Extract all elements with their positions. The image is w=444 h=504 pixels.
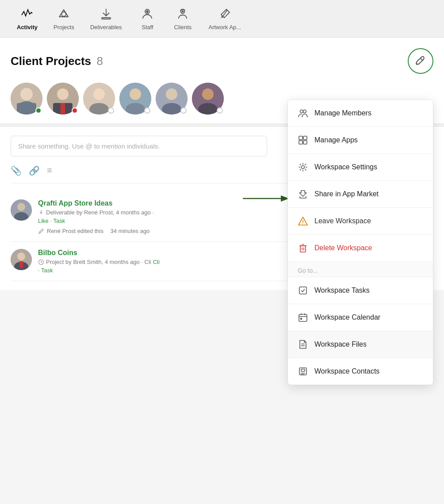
svg-point-29 — [17, 203, 25, 211]
arrow-indicator — [239, 187, 292, 211]
menu-item-workspace-contacts[interactable]: Workspace Contacts — [288, 358, 433, 385]
settings-gear-icon — [298, 162, 308, 172]
files-icon — [298, 339, 308, 350]
clients-icon — [176, 7, 190, 21]
svg-point-23 — [166, 88, 177, 100]
avatar-1[interactable] — [11, 83, 42, 115]
apps-icon — [298, 135, 308, 145]
tasks-icon — [298, 285, 308, 296]
svg-rect-41 — [299, 141, 302, 144]
svg-line-7 — [421, 58, 423, 61]
svg-rect-1 — [102, 18, 111, 19]
menu-item-leave-workspace[interactable]: Leave Workspace — [288, 208, 433, 235]
avatar-status-red — [72, 107, 78, 114]
svg-point-37 — [300, 110, 303, 113]
svg-point-20 — [130, 88, 141, 100]
menu-item-delete-workspace[interactable]: Delete Workspace — [288, 235, 433, 262]
svg-rect-40 — [303, 136, 307, 140]
share-input[interactable]: Share something. Use @ to mention indivi… — [11, 136, 267, 157]
svg-point-3 — [146, 11, 148, 12]
svg-point-0 — [61, 12, 66, 16]
svg-rect-34 — [19, 261, 23, 267]
nav-item-artwork[interactable]: Artwork Ap... — [200, 3, 249, 35]
svg-point-26 — [202, 88, 214, 100]
nav-item-projects[interactable]: Projects — [46, 3, 82, 35]
svg-rect-55 — [300, 318, 302, 320]
svg-point-5 — [182, 11, 184, 12]
nav-item-deliverables[interactable]: Deliverables — [82, 3, 130, 35]
avatar-4[interactable] — [119, 83, 151, 115]
contacts-icon — [298, 366, 308, 377]
top-navigation: Activity Projects Deliverables — [0, 0, 444, 38]
feed-avatar-2 — [11, 249, 32, 270]
svg-rect-42 — [303, 141, 307, 144]
deliverables-icon — [99, 7, 113, 21]
menu-goto-label: Go to... — [288, 262, 433, 277]
artwork-icon — [218, 7, 232, 21]
svg-rect-15 — [61, 103, 65, 115]
avatar-person-icon — [11, 249, 32, 270]
svg-point-17 — [93, 88, 105, 100]
menu-item-workspace-calendar[interactable]: Workspace Calendar — [288, 304, 433, 331]
svg-point-13 — [57, 88, 69, 100]
deliverable-icon — [38, 210, 44, 216]
nav-item-activity[interactable]: Activity — [9, 3, 46, 35]
dropdown-menu: Manage Members Manage Apps W — [287, 99, 433, 385]
activity-icon — [20, 7, 34, 21]
nav-item-staff[interactable]: Staff — [130, 3, 165, 35]
svg-rect-50 — [299, 287, 306, 294]
avatar-status-green — [35, 107, 42, 114]
staff-icon — [140, 7, 154, 21]
menu-item-manage-members[interactable]: Manage Members — [288, 100, 433, 127]
svg-point-43 — [302, 166, 305, 169]
avatar-6[interactable] — [192, 83, 224, 115]
svg-rect-51 — [299, 314, 307, 321]
wrench-icon — [415, 55, 426, 67]
avatar-status-empty — [108, 107, 114, 114]
svg-rect-59 — [301, 369, 305, 371]
page-title-row: Client Projects 8 — [11, 48, 433, 74]
svg-point-45 — [302, 223, 303, 224]
avatar-status-empty — [180, 107, 187, 114]
projects-icon — [57, 7, 71, 21]
avatar-5[interactable] — [156, 83, 188, 115]
svg-rect-46 — [300, 246, 306, 252]
feed-avatar-1 — [11, 199, 32, 221]
arrow-icon — [239, 187, 292, 210]
link-icon[interactable]: 🔗 — [29, 165, 40, 176]
svg-point-38 — [303, 110, 306, 113]
page-title: Client Projects 8 — [11, 54, 103, 68]
svg-rect-11 — [17, 103, 36, 115]
format-icon[interactable]: ≡ — [47, 165, 52, 176]
avatar-2[interactable] — [47, 83, 79, 115]
edit-icon — [38, 228, 44, 234]
menu-item-workspace-tasks[interactable]: Workspace Tasks — [288, 277, 433, 304]
menu-item-share-app-market[interactable]: Share in App Market — [288, 181, 433, 208]
avatar-3[interactable] — [83, 83, 115, 115]
avatar-status-empty — [144, 107, 150, 114]
svg-rect-39 — [299, 136, 302, 140]
paperclip-icon[interactable]: 📎 — [11, 165, 22, 176]
calendar-icon — [298, 312, 308, 323]
svg-point-9 — [20, 88, 33, 100]
menu-item-manage-apps[interactable]: Manage Apps — [288, 127, 433, 154]
main-content: Client Projects 8 — [0, 38, 444, 290]
project-icon — [38, 259, 44, 265]
avatar-status-empty — [217, 107, 223, 114]
share-icon — [298, 189, 308, 199]
avatar-person-icon — [11, 199, 32, 221]
warning-icon — [298, 216, 308, 226]
menu-item-workspace-files[interactable]: Workspace Files — [288, 331, 433, 358]
svg-point-32 — [17, 252, 25, 260]
members-icon — [298, 108, 308, 118]
trash-icon — [298, 243, 308, 253]
settings-button[interactable] — [408, 48, 433, 74]
menu-item-workspace-settings[interactable]: Workspace Settings — [288, 154, 433, 181]
nav-item-clients[interactable]: Clients — [165, 3, 200, 35]
